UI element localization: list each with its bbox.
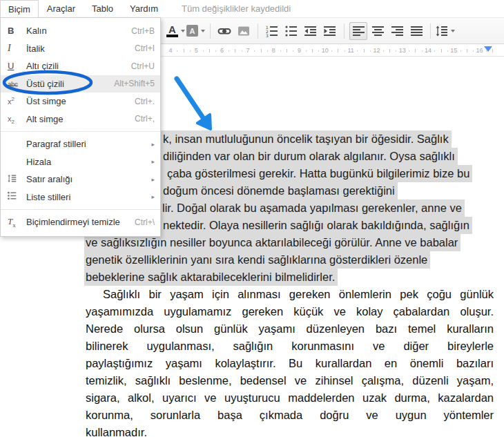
align-right-button[interactable] xyxy=(388,22,406,40)
menu-separator xyxy=(1,209,160,210)
ruler-tick xyxy=(331,50,332,52)
menubar-item-yardım[interactable]: Yardım xyxy=(122,0,166,17)
text-line[interactable]: kullanmadır. xyxy=(86,424,494,437)
menu-separator xyxy=(1,131,160,132)
ruler-tick xyxy=(235,49,235,52)
ruler-number: 14 xyxy=(425,47,432,54)
menu-item-label: Altı çizili xyxy=(26,61,126,71)
outdent-icon xyxy=(304,25,317,37)
ruler-tick xyxy=(318,50,319,52)
ruler-tick xyxy=(389,49,390,52)
menu-item-label: Üstü çizili xyxy=(26,79,108,89)
ruler-tick xyxy=(461,50,461,52)
menu-item-liste-stilleri[interactable]: Liste stilleri▸ xyxy=(1,188,160,206)
underline-icon: U xyxy=(8,61,26,71)
submenu-arrow-icon: ▸ xyxy=(151,158,155,165)
menu-item-üst-simge[interactable]: x2Üst simgeCtrl+. xyxy=(1,93,160,110)
justify-icon xyxy=(411,25,423,37)
menu-item-alt-simge[interactable]: x2Alt simgeCtrl+, xyxy=(1,110,160,128)
menu-item-label: Alt simge xyxy=(26,114,129,124)
decrease-indent-button[interactable] xyxy=(302,22,320,40)
menu-item-satır-aralığı[interactable]: Satır aralığı▸ xyxy=(1,171,160,188)
right-indent-marker[interactable] xyxy=(484,46,492,52)
text-line[interactable]: paylaştığımız yaşamı kolaylaştırır. Bu k… xyxy=(86,355,494,372)
numbered-list-icon: 123 xyxy=(266,25,278,37)
ruler-tick xyxy=(370,50,371,52)
menu-item-label: Liste stilleri xyxy=(26,192,146,202)
ruler-tick xyxy=(492,49,493,52)
menu-item-üstü-çizili[interactable]: abcÜstü çiziliAlt+Shift+5 xyxy=(1,75,160,93)
ruler-tick xyxy=(396,50,396,52)
ruler-tick xyxy=(177,50,177,52)
submenu-arrow-icon: ▸ xyxy=(151,141,155,148)
increase-indent-button[interactable] xyxy=(321,22,339,40)
menubar-item-biçim[interactable]: Biçim xyxy=(0,0,39,17)
align-center-icon xyxy=(372,25,384,37)
line-spacing-icon xyxy=(8,174,26,185)
ruler-tick xyxy=(293,50,293,52)
highlighted-text-line[interactable]: lir. Doğal olarak bu aşamada yapılması g… xyxy=(161,200,465,217)
menubar-item-araçlar[interactable]: Araçlar xyxy=(39,0,84,17)
menu-item-biçimlendirmeyi-temizle[interactable]: TxBiçimlendirmeyi temizleCtrl+\ xyxy=(1,213,160,231)
highlighted-text-line[interactable]: bebeklerine sağlık aktarabileceklerini b… xyxy=(84,269,338,286)
ruler-tick xyxy=(338,49,338,52)
highlighted-text-line[interactable]: k, insan mutluluğunun öncelik taşıyan bi… xyxy=(161,130,452,148)
text-line[interactable]: temizlik, sağlıklı beslenme, bedensel ve… xyxy=(86,372,494,389)
text-line[interactable]: Nerede olursa olsun günlük yaşamı düzenl… xyxy=(86,320,494,338)
menu-item-shortcut: Ctrl+\ xyxy=(135,217,155,227)
chevron-down-icon xyxy=(201,30,205,32)
menu-item-label: İtalik xyxy=(26,43,129,54)
highlighted-text-line[interactable]: diliğinden var olan bir durum olarak alg… xyxy=(161,148,458,165)
toolbar-separator xyxy=(210,23,211,39)
menubar: BiçimAraçlarTabloYardım Tüm değişiklikle… xyxy=(0,0,504,17)
highlighted-text-line[interactable]: doğum öncesi dönemde başlaması gerektiği… xyxy=(161,182,398,200)
ruler-tick xyxy=(422,50,423,52)
text-color-button[interactable]: A xyxy=(166,22,185,40)
menu-item-paragraf-stilleri[interactable]: Paragraf stilleri▸ xyxy=(1,135,160,153)
bold-icon: B xyxy=(8,26,26,36)
insert-image-button[interactable] xyxy=(235,22,253,40)
menu-item-kalın[interactable]: BKalınCtrl+B xyxy=(1,22,160,40)
align-left-button[interactable] xyxy=(349,22,367,40)
format-menu-dropdown: BKalınCtrl+BIİtalikCtrl+IUAltı çiziliCtr… xyxy=(0,17,161,237)
highlight-color-button[interactable]: A xyxy=(186,22,205,40)
highlighted-text-line[interactable]: çaba gösterilmesi gerekir. Hatta bugünkü… xyxy=(161,165,472,182)
menubar-item-tablo[interactable]: Tablo xyxy=(84,0,122,17)
line-spacing-button[interactable] xyxy=(436,22,455,40)
ruler-tick xyxy=(409,50,409,52)
text-line[interactable]: Sağlıklı bir yaşam için alınması gereken… xyxy=(86,286,494,303)
menu-item-shortcut: Ctrl+, xyxy=(135,114,155,124)
highlighted-text-line[interactable]: nektedir. Olaya nesillerin sağlığı olara… xyxy=(161,217,472,234)
numbered-list-button[interactable]: 123 xyxy=(263,22,281,40)
text-line[interactable]: sigara, alkol, uyarıcı ve uyuşturucu mad… xyxy=(86,389,494,407)
menu-item-i-talik[interactable]: IİtalikCtrl+I xyxy=(1,40,160,58)
submenu-arrow-icon: ▸ xyxy=(151,193,155,200)
image-icon xyxy=(238,25,250,37)
ruler-tick xyxy=(312,49,313,52)
toolbar-separator xyxy=(430,23,431,39)
text-line[interactable]: bilinerek uygulanması, sağlığın korunmas… xyxy=(86,338,494,355)
align-left-icon xyxy=(353,25,365,37)
ruler-tick xyxy=(203,50,204,52)
ruler-tick xyxy=(434,50,435,52)
ruler-number: 10 xyxy=(322,47,329,54)
text-color-glyph: A xyxy=(168,25,176,34)
ruler-tick xyxy=(209,49,210,52)
insert-link-button[interactable] xyxy=(215,22,233,40)
menu-item-altı-çizili[interactable]: UAltı çiziliCtrl+U xyxy=(1,57,160,75)
align-center-button[interactable] xyxy=(369,22,387,40)
ruler-tick xyxy=(190,50,191,52)
ruler-tick xyxy=(441,49,442,52)
bulleted-list-button[interactable] xyxy=(282,22,300,40)
superscript-icon: x2 xyxy=(8,96,26,106)
highlighted-text-line[interactable]: genetik özelliklerinin yanı sıra kendi s… xyxy=(84,251,430,269)
ruler-number: 7 xyxy=(246,47,249,54)
text-line[interactable]: yaşamımızda uygulamamız gereken küçük ve… xyxy=(86,303,494,320)
menu-item-hizala[interactable]: Hizala▸ xyxy=(1,153,160,171)
text-line[interactable]: korunma, sorunlarla başa çıkmada doğru v… xyxy=(86,407,494,424)
ruler-number: 13 xyxy=(399,47,406,54)
justify-button[interactable] xyxy=(407,22,425,40)
link-icon xyxy=(217,25,231,37)
italic-icon: I xyxy=(8,43,26,54)
list-styles-icon xyxy=(8,191,26,202)
